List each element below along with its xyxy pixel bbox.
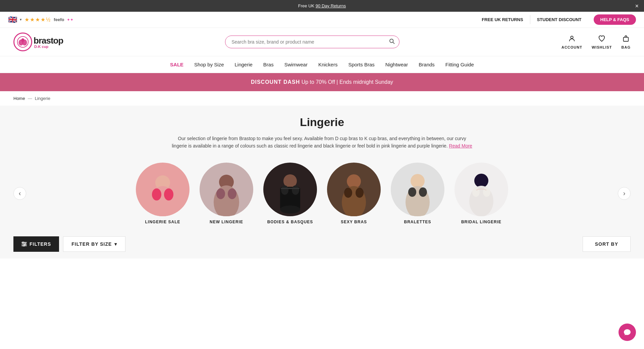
svg-point-19: [292, 185, 299, 195]
student-discount-link[interactable]: STUDENT DISCOUNT: [530, 15, 588, 24]
promo-strong: DISCOUNT DASH: [251, 79, 300, 85]
category-item-bridal-lingerie[interactable]: BRIDAL LINGERIE: [454, 163, 508, 224]
category-item-new-lingerie[interactable]: NEW LINGERIE: [200, 163, 253, 224]
svg-point-30: [474, 174, 488, 188]
category-label-bodies-basques: BODIES & BASQUES: [267, 220, 313, 224]
svg-point-21: [280, 206, 300, 214]
rating-stars: ★★★★½: [24, 16, 51, 23]
page-description: Our selection of lingerie from Brastop t…: [171, 135, 473, 150]
svg-point-38: [24, 243, 26, 245]
svg-point-25: [356, 188, 364, 198]
breadcrumb-separator: —: [28, 96, 32, 101]
category-item-bralettes[interactable]: BRALETTES: [391, 163, 444, 224]
svg-point-3: [21, 38, 24, 42]
read-more-link[interactable]: Read More: [449, 143, 472, 149]
svg-point-18: [281, 185, 288, 195]
svg-point-14: [216, 188, 225, 199]
svg-point-10: [152, 188, 161, 200]
carousel-items: LINGERIE SALE NEW LINGERIE: [26, 163, 618, 224]
svg-point-13: [214, 185, 239, 216]
category-label-bralettes: BRALETTES: [404, 220, 431, 224]
category-item-bodies-basques[interactable]: BODIES & BASQUES: [263, 163, 317, 224]
feefo-trademark: ✦✦: [67, 17, 73, 22]
search-button[interactable]: [389, 38, 395, 46]
country-dropdown-icon[interactable]: ▾: [20, 17, 22, 22]
category-image-bridal-lingerie: [454, 163, 508, 216]
close-announcement-button[interactable]: ×: [635, 3, 639, 9]
feefo-logo: feefo: [54, 17, 64, 22]
svg-point-11: [164, 188, 173, 200]
category-image-bodies-basques: [263, 163, 317, 216]
breadcrumb-current: Lingerie: [35, 96, 50, 101]
svg-point-6: [571, 36, 573, 38]
carousel-prev-button[interactable]: ‹: [13, 187, 26, 200]
header-actions: ACCOUNT WISHLIST BAG: [561, 35, 631, 49]
bag-icon: [622, 35, 630, 44]
announcement-text: Free UK: [298, 3, 316, 8]
svg-point-33: [483, 187, 490, 197]
main-nav: SALE Shop by Size Lingerie Bras Swimwear…: [0, 56, 644, 73]
secondary-nav-right: FREE UK RETURNS STUDENT DISCOUNT HELP & …: [475, 14, 636, 25]
help-faqs-button[interactable]: HELP & FAQS: [594, 14, 636, 25]
nav-item-brands[interactable]: Brands: [419, 62, 435, 67]
svg-point-15: [228, 188, 236, 199]
account-label: ACCOUNT: [561, 45, 582, 49]
svg-point-29: [419, 187, 427, 197]
logo-text: brastop: [34, 36, 63, 46]
nav-item-sale[interactable]: SALE: [170, 62, 183, 67]
bag-link[interactable]: BAG: [622, 35, 631, 49]
wishlist-link[interactable]: WISHLIST: [592, 35, 612, 49]
svg-point-24: [344, 188, 352, 198]
secondary-nav-left: 🇬🇧 ▾ ★★★★½ feefo ✦✦: [8, 15, 73, 24]
svg-point-39: [23, 245, 24, 246]
filter-left-group: FILTERS FILTER BY SIZE ▾: [13, 236, 125, 252]
logo-icon: [13, 33, 32, 51]
page-content: Lingerie Our selection of lingerie from …: [0, 106, 644, 258]
filters-label: FILTERS: [30, 241, 51, 247]
announcement-bar: Free UK 90 Day Returns ×: [0, 0, 644, 12]
category-label-sexy-bras: SEXY BRAS: [341, 220, 367, 224]
logo-area[interactable]: brastop D-K cup: [13, 33, 63, 51]
account-icon: [568, 35, 576, 44]
category-image-new-lingerie: [200, 163, 253, 216]
nav-item-sports-bras[interactable]: Sports Bras: [348, 62, 374, 67]
filter-by-size-button[interactable]: FILTER BY SIZE ▾: [63, 236, 125, 252]
country-flag-icon[interactable]: 🇬🇧: [8, 15, 17, 24]
wishlist-label: WISHLIST: [592, 45, 612, 49]
filter-size-label: FILTER BY SIZE: [71, 241, 112, 247]
category-item-sexy-bras[interactable]: SEXY BRAS: [327, 163, 381, 224]
nav-item-nightwear[interactable]: Nightwear: [385, 62, 408, 67]
carousel-next-button[interactable]: ›: [618, 187, 631, 200]
svg-point-37: [22, 242, 24, 243]
page-title: Lingerie: [13, 116, 631, 129]
announcement-link[interactable]: 90 Day Returns: [316, 3, 346, 8]
secondary-nav: 🇬🇧 ▾ ★★★★½ feefo ✦✦ FREE UK RETURNS STUD…: [0, 12, 644, 28]
category-item-lingerie-sale[interactable]: LINGERIE SALE: [136, 163, 190, 224]
category-label-bridal-lingerie: BRIDAL LINGERIE: [461, 220, 501, 224]
promo-banner: DISCOUNT DASH Up to 70% Off | Ends midni…: [0, 73, 644, 91]
nav-item-bras[interactable]: Bras: [263, 62, 274, 67]
search-bar: [225, 36, 399, 48]
svg-point-32: [472, 187, 480, 197]
category-image-sexy-bras: [327, 163, 381, 216]
account-link[interactable]: ACCOUNT: [561, 35, 582, 49]
category-image-bralettes: [391, 163, 444, 216]
free-returns-link[interactable]: FREE UK RETURNS: [475, 15, 530, 24]
nav-item-fitting-guide[interactable]: Fitting Guide: [445, 62, 474, 67]
wishlist-icon: [598, 35, 605, 44]
sort-by-button[interactable]: SORT BY: [583, 236, 631, 252]
filters-button[interactable]: FILTERS: [13, 236, 59, 252]
main-header: brastop D-K cup ACCOUNT: [0, 28, 644, 56]
nav-item-lingerie[interactable]: Lingerie: [234, 62, 252, 67]
nav-item-swimwear[interactable]: Swimwear: [284, 62, 308, 67]
category-label-new-lingerie: NEW LINGERIE: [210, 220, 243, 224]
nav-item-knickers[interactable]: Knickers: [318, 62, 338, 67]
nav-item-shop-by-size[interactable]: Shop by Size: [194, 62, 224, 67]
search-input[interactable]: [225, 36, 399, 48]
breadcrumb-home[interactable]: Home: [13, 96, 25, 101]
filter-bar: FILTERS FILTER BY SIZE ▾ SORT BY: [13, 231, 631, 255]
svg-point-28: [408, 187, 416, 197]
category-image-lingerie-sale: [136, 163, 190, 216]
svg-rect-20: [281, 188, 300, 189]
svg-rect-7: [624, 37, 629, 41]
